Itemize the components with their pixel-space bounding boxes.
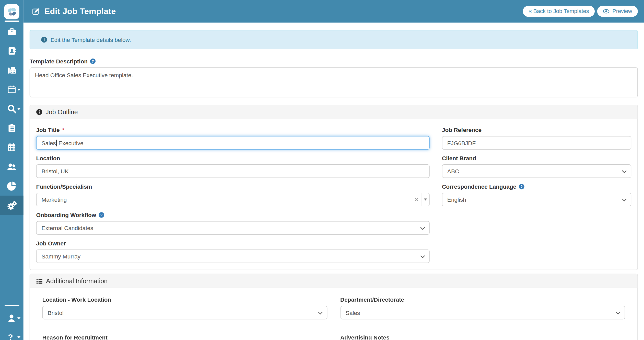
edit-icon: [32, 7, 40, 15]
template-description-group: Template Description ? Head Office Sales…: [30, 58, 638, 97]
job-outline-header: Job Outline: [30, 105, 637, 119]
sidebar-item-schedule[interactable]: [0, 138, 24, 157]
department-select[interactable]: Sales: [340, 306, 625, 319]
chevron-down-icon: [17, 336, 21, 338]
sidebar-item-tasks[interactable]: [0, 118, 24, 138]
chevron-down-icon: [420, 255, 425, 258]
question-mark-icon: ?: [8, 333, 15, 340]
department-label: Department/Directorate: [340, 296, 404, 303]
svg-text:?: ?: [100, 213, 103, 217]
function-specialism-label: Function/Specialism: [36, 183, 92, 190]
additional-information-header: Additional Information: [30, 274, 637, 288]
calendar-icon: [7, 85, 16, 94]
function-specialism-combobox[interactable]: Marketing ×: [36, 193, 429, 206]
job-title-group: Job Title * Sales Executive: [36, 127, 429, 150]
sidebar-item-calendar[interactable]: [0, 80, 24, 99]
help-icon[interactable]: ?: [519, 184, 525, 190]
work-location-select[interactable]: Bristol: [42, 306, 327, 319]
work-location-group: Location - Work Location Bristol: [42, 296, 327, 319]
work-location-label: Location - Work Location: [42, 296, 111, 303]
help-icon[interactable]: ?: [90, 58, 96, 64]
info-alert: Edit the Template details below.: [30, 30, 638, 49]
chevron-down-icon: [622, 170, 627, 173]
pie-chart-icon: [7, 181, 16, 191]
job-title-input[interactable]: Sales Executive: [36, 136, 429, 150]
preview-button[interactable]: Preview: [597, 6, 638, 17]
function-specialism-group: Function/Specialism Marketing ×: [36, 183, 429, 206]
correspondence-language-select[interactable]: English: [442, 193, 631, 206]
onboarding-workflow-label: Onboarding Workflow: [36, 212, 96, 218]
sidebar-item-search[interactable]: [0, 99, 24, 118]
gears-icon: [6, 200, 17, 211]
sidebar-item-account[interactable]: [0, 308, 24, 328]
sidebar-nav: [0, 22, 24, 215]
additional-information-title: Additional Information: [46, 277, 108, 285]
job-reference-group: Job Reference FJG6BJDF: [442, 127, 631, 150]
info-circle-icon: [41, 37, 47, 43]
sidebar-item-help[interactable]: ?: [0, 327, 24, 340]
correspondence-language-label: Correspondence Language: [442, 183, 516, 190]
users-icon: [7, 162, 17, 172]
svg-text:?: ?: [92, 59, 94, 63]
butterfly-logo-icon: [6, 6, 18, 18]
briefcase-icon: [7, 27, 17, 37]
sidebar-item-candidates[interactable]: [0, 41, 24, 61]
template-description-label: Template Description: [30, 58, 88, 65]
page-title: Edit Job Template: [44, 7, 116, 16]
clipboard-list-icon: [7, 123, 16, 133]
header-actions: « Back to Job Templates Preview: [523, 6, 638, 17]
app-logo[interactable]: [4, 4, 19, 19]
clear-icon[interactable]: ×: [412, 193, 421, 206]
chevron-down-icon: [17, 317, 21, 319]
additional-information-panel: Additional Information Location - Work L…: [30, 274, 638, 340]
page-title-group: Edit Job Template: [32, 7, 116, 16]
sidebar-item-settings[interactable]: [0, 196, 24, 215]
location-group: Location Bristol, UK: [36, 155, 429, 178]
department-group: Department/Directorate Sales: [340, 296, 625, 319]
job-title-label: Job Title: [36, 127, 60, 133]
advertising-notes-group: Advertising Notes: [340, 334, 625, 340]
reason-for-recruitment-group: Reason for Recruitment: [42, 334, 327, 340]
required-asterisk: *: [62, 127, 64, 133]
correspondence-language-group: Correspondence Language ? English: [442, 183, 631, 206]
onboarding-workflow-select[interactable]: External Candidates: [36, 221, 429, 235]
logo-underline: [5, 20, 19, 21]
address-book-icon: [7, 46, 17, 56]
job-owner-select[interactable]: Sammy Murray: [36, 250, 429, 263]
sidebar-item-users[interactable]: [0, 157, 24, 176]
user-icon: [7, 313, 17, 323]
fax-icon: [7, 65, 17, 75]
advertising-notes-label: Advertising Notes: [340, 334, 390, 340]
job-owner-label: Job Owner: [36, 240, 66, 247]
job-reference-label: Job Reference: [442, 127, 482, 133]
sidebar-item-reports[interactable]: [0, 176, 24, 196]
client-brand-group: Client Brand ABC: [442, 155, 631, 178]
search-icon: [7, 104, 17, 114]
calendar-grid-icon: [7, 143, 16, 152]
onboarding-workflow-group: Onboarding Workflow ? External Candidate…: [36, 212, 429, 235]
main-content: Edit the Template details below. Templat…: [24, 22, 644, 340]
client-brand-label: Client Brand: [442, 155, 476, 162]
job-outline-panel: Job Outline Job Title * Sales Executive: [30, 105, 638, 270]
help-icon[interactable]: ?: [99, 212, 104, 218]
sidebar: ?: [0, 0, 24, 340]
combobox-toggle[interactable]: [421, 193, 429, 206]
sidebar-item-jobs[interactable]: [0, 22, 24, 41]
back-to-job-templates-button[interactable]: « Back to Job Templates: [523, 6, 595, 17]
sidebar-divider: [5, 305, 19, 306]
chevron-down-icon: [622, 198, 627, 201]
location-input[interactable]: Bristol, UK: [36, 164, 429, 178]
chevron-down-icon: [318, 311, 323, 314]
chevron-down-icon: [616, 311, 620, 314]
chevron-down-icon: [17, 108, 21, 110]
info-circle-icon: [36, 109, 42, 115]
sidebar-item-fax[interactable]: [0, 60, 24, 80]
template-description-textarea[interactable]: Head Office Sales Executive template.: [30, 67, 638, 97]
svg-text:?: ?: [521, 185, 523, 189]
eye-icon: [603, 9, 610, 14]
alert-message: Edit the Template details below.: [51, 36, 131, 43]
chevron-down-icon: [17, 88, 21, 90]
client-brand-select[interactable]: ABC: [442, 164, 631, 178]
job-reference-input[interactable]: FJG6BJDF: [442, 136, 631, 150]
edit-job-template-page: ? Edit Job Template « Back to Job Templa…: [0, 0, 644, 340]
